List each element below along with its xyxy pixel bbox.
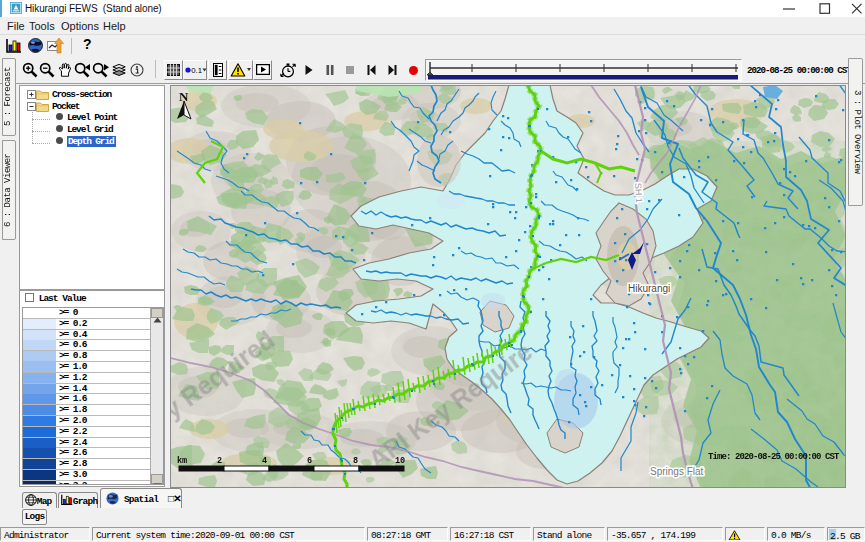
svg-text:km: km <box>177 456 187 466</box>
svg-text:6: 6 <box>307 456 312 466</box>
svg-text:0.1: 0.1 <box>191 66 202 75</box>
svg-text:10: 10 <box>395 456 405 466</box>
svg-text:4: 4 <box>262 456 267 466</box>
svg-text:SH 1: SH 1 <box>633 183 644 204</box>
svg-text:Time: 2020-08-25 00:00:00 CST: Time: 2020-08-25 00:00:00 CST <box>708 452 840 462</box>
svg-text:8: 8 <box>353 456 358 466</box>
svg-text:Hikurangi: Hikurangi <box>628 283 670 294</box>
svg-text:Springs Flat: Springs Flat <box>650 466 704 477</box>
svg-text:2: 2 <box>217 456 222 466</box>
